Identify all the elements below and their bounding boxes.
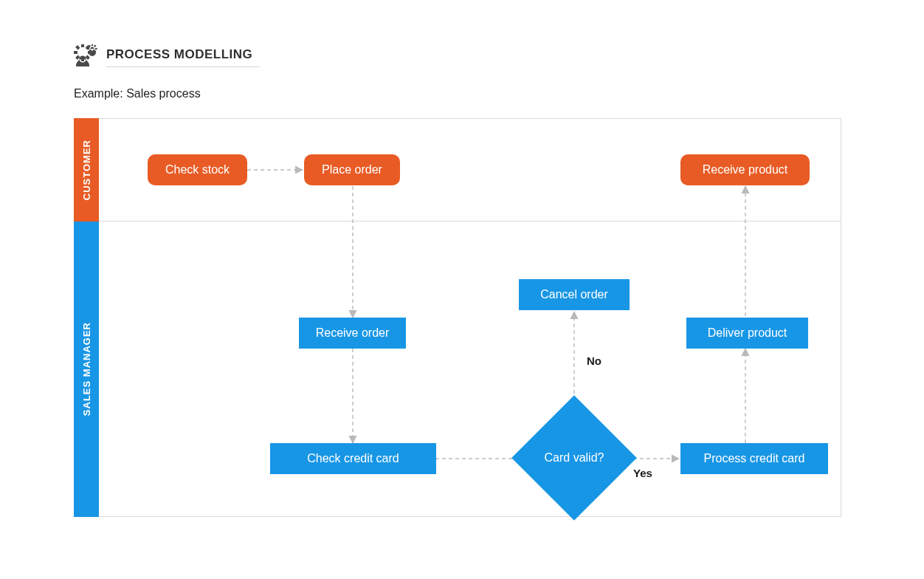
page-header: PROCESS MODELLING — [74, 44, 850, 69]
svg-rect-6 — [75, 45, 80, 49]
node-receive-order[interactable]: Receive order — [299, 318, 406, 349]
svg-rect-10 — [87, 48, 89, 49]
node-process-credit-card[interactable]: Process credit card — [680, 443, 828, 474]
edge-label-no: No — [587, 354, 601, 367]
swimlane-diagram: CUSTOMER SALES MANAGER — [74, 118, 841, 517]
lane-header-customer: CUSTOMER — [74, 118, 99, 222]
gears-icon — [74, 44, 99, 69]
node-check-credit-card[interactable]: Check credit card — [270, 443, 436, 474]
svg-rect-2 — [74, 51, 77, 54]
edge-label-yes: Yes — [633, 467, 652, 479]
node-deliver-product[interactable]: Deliver product — [686, 318, 808, 349]
node-place-order[interactable]: Place order — [304, 154, 400, 185]
lane-label-sales: SALES MANAGER — [81, 322, 92, 416]
node-cancel-order[interactable]: Cancel order — [519, 279, 630, 310]
lane-header-sales: SALES MANAGER — [74, 222, 99, 517]
lane-label-customer: CUSTOMER — [81, 140, 92, 200]
svg-rect-11 — [95, 48, 97, 49]
svg-rect-9 — [92, 52, 93, 54]
page-title: PROCESS MODELLING — [106, 47, 260, 67]
page-subtitle: Example: Sales process — [74, 87, 850, 100]
node-card-valid[interactable]: Card valid? — [530, 414, 618, 502]
svg-rect-8 — [92, 44, 93, 46]
svg-rect-1 — [81, 58, 84, 61]
svg-rect-0 — [81, 44, 84, 47]
node-check-stock[interactable]: Check stock — [148, 154, 247, 185]
svg-rect-12 — [94, 45, 97, 48]
node-receive-product[interactable]: Receive product — [680, 154, 810, 185]
